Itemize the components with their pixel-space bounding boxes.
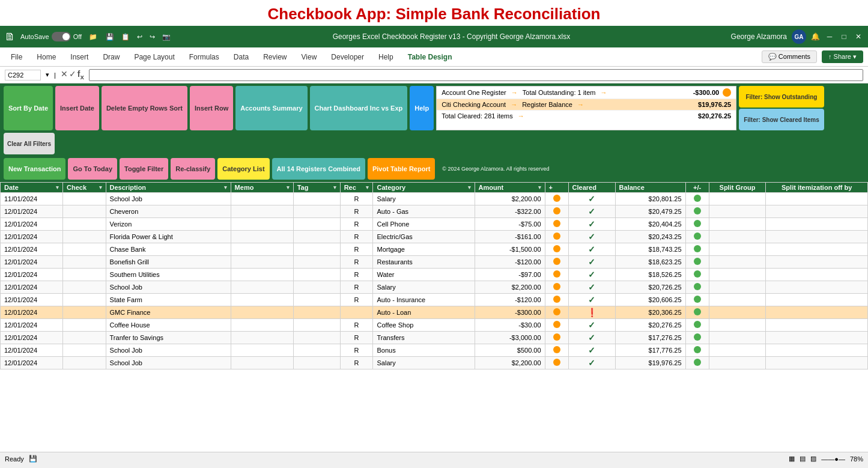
menu-data[interactable]: Data (228, 50, 255, 64)
cell-amount[interactable]: -$300.00 (475, 306, 545, 319)
cell-check[interactable] (63, 344, 106, 357)
cell-date[interactable]: 12/01/2024 (1, 357, 63, 369)
cell-amount[interactable]: -$97.00 (475, 269, 545, 281)
cell-date[interactable]: 12/01/2024 (1, 319, 63, 332)
cell-date[interactable]: 12/01/2024 (1, 218, 63, 231)
cell-memo[interactable] (231, 205, 293, 218)
cell-tag[interactable] (293, 193, 340, 205)
cell-split-off[interactable] (766, 306, 868, 319)
cell-rec[interactable]: R (340, 193, 373, 205)
cell-check[interactable] (63, 205, 106, 218)
go-to-today-button[interactable]: Go To Today (68, 158, 117, 180)
clear-all-filters-button[interactable]: Clear All Filters (4, 133, 55, 154)
check-filter-arrow[interactable]: ▾ (99, 184, 102, 190)
cell-date[interactable]: 12/01/2024 (1, 294, 63, 306)
cell-check[interactable] (63, 294, 106, 306)
accounts-summary-button[interactable]: Accounts Summary (235, 86, 307, 130)
sort-by-date-button[interactable]: Sort By Date (4, 86, 53, 130)
cell-tag[interactable] (293, 319, 340, 332)
cell-cleared[interactable]: ✓ (568, 357, 615, 369)
cell-category[interactable]: Coffee Shop (373, 319, 475, 332)
cell-balance[interactable]: $20,801.25 (615, 193, 685, 205)
cell-split-off[interactable] (766, 231, 868, 243)
cell-description[interactable]: Verizon (106, 218, 231, 231)
cell-check[interactable] (63, 357, 106, 369)
cell-balance[interactable]: $20,606.25 (615, 294, 685, 306)
cell-cleared[interactable]: ✓ (568, 294, 615, 306)
cell-cleared[interactable]: ✓ (568, 319, 615, 332)
cell-description[interactable]: State Farm (106, 294, 231, 306)
cell-cleared[interactable]: ✓ (568, 243, 615, 256)
menu-review[interactable]: Review (257, 50, 293, 64)
cell-tag[interactable] (293, 306, 340, 319)
cell-tag[interactable] (293, 294, 340, 306)
cell-memo[interactable] (231, 269, 293, 281)
cell-balance[interactable]: $18,623.25 (615, 256, 685, 269)
cell-split-off[interactable] (766, 281, 868, 294)
cell-memo[interactable] (231, 256, 293, 269)
cell-memo[interactable] (231, 319, 293, 332)
cell-rec[interactable]: R (340, 357, 373, 369)
cell-check[interactable] (63, 231, 106, 243)
cell-split-off[interactable] (766, 344, 868, 357)
cell-category[interactable]: Bonus (373, 344, 475, 357)
cell-memo[interactable] (231, 306, 293, 319)
cell-cleared[interactable]: ✓ (568, 281, 615, 294)
cell-split-group[interactable] (709, 256, 766, 269)
close-button[interactable]: ✕ (854, 32, 863, 41)
cell-check[interactable] (63, 218, 106, 231)
bell-icon[interactable]: 🔔 (811, 32, 820, 41)
cell-category[interactable]: Salary (373, 357, 475, 369)
cell-description[interactable]: Florida Power & Light (106, 231, 231, 243)
cell-reference-input[interactable]: C292 (5, 70, 41, 81)
cell-category[interactable]: Restaurants (373, 256, 475, 269)
insert-function-button[interactable]: fx (77, 69, 84, 81)
cell-amount[interactable]: $2,200.00 (475, 281, 545, 294)
cell-category[interactable]: Auto - Gas (373, 205, 475, 218)
pivot-table-report-button[interactable]: Pivot Table Report (368, 158, 435, 180)
cell-cleared[interactable]: ✓ (568, 344, 615, 357)
cell-rec[interactable]: R (340, 256, 373, 269)
cell-rec[interactable]: R (340, 218, 373, 231)
cell-split-off[interactable] (766, 205, 868, 218)
cell-split-group[interactable] (709, 231, 766, 243)
toggle-filter-button[interactable]: Toggle Filter (120, 158, 168, 180)
cell-balance[interactable]: $20,276.25 (615, 319, 685, 332)
menu-help[interactable]: Help (372, 50, 399, 64)
cell-split-group[interactable] (709, 332, 766, 344)
date-filter-arrow[interactable]: ▾ (56, 184, 59, 190)
cell-rec[interactable] (340, 306, 373, 319)
cell-amount[interactable]: -$1,500.00 (475, 243, 545, 256)
cell-split-group[interactable] (709, 294, 766, 306)
cell-check[interactable] (63, 332, 106, 344)
cell-date[interactable]: 12/01/2024 (1, 306, 63, 319)
share-button[interactable]: ↑ Share ▾ (822, 50, 863, 63)
cell-balance[interactable]: $20,404.25 (615, 218, 685, 231)
cell-rec[interactable]: R (340, 319, 373, 332)
cell-cleared[interactable]: ✓ (568, 269, 615, 281)
cell-description[interactable]: School Job (106, 281, 231, 294)
cell-cleared[interactable]: ✓ (568, 332, 615, 344)
cell-check[interactable] (63, 193, 106, 205)
cell-amount[interactable]: $2,200.00 (475, 193, 545, 205)
cell-amount[interactable]: -$3,000.00 (475, 332, 545, 344)
cell-category[interactable]: Electric/Gas (373, 231, 475, 243)
cell-rec[interactable]: R (340, 294, 373, 306)
cell-tag[interactable] (293, 332, 340, 344)
cell-category[interactable]: Transfers (373, 332, 475, 344)
cell-memo[interactable] (231, 344, 293, 357)
menu-insert[interactable]: Insert (64, 50, 94, 64)
autosave-toggle[interactable] (52, 32, 71, 41)
cell-split-group[interactable] (709, 319, 766, 332)
cell-amount[interactable]: -$120.00 (475, 294, 545, 306)
rec-filter-arrow[interactable]: ▾ (366, 184, 369, 190)
cell-rec[interactable]: R (340, 332, 373, 344)
cell-split-group[interactable] (709, 281, 766, 294)
cell-date[interactable]: 12/01/2024 (1, 344, 63, 357)
re-classify-button[interactable]: Re-classify (171, 158, 215, 180)
cell-split-off[interactable] (766, 294, 868, 306)
cell-date[interactable]: 12/01/2024 (1, 205, 63, 218)
cell-description[interactable]: School Job (106, 357, 231, 369)
cell-check[interactable] (63, 269, 106, 281)
cell-cleared[interactable]: ✓ (568, 218, 615, 231)
